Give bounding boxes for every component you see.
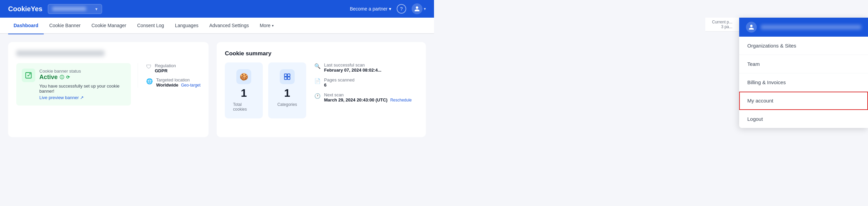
become-partner-button[interactable]: Become a partner ▾ (350, 6, 391, 12)
user-avatar[interactable] (412, 3, 422, 14)
nav-item-more[interactable]: More ▾ (254, 17, 279, 34)
total-cookies-label: Total cookies (233, 102, 255, 112)
help-icon[interactable]: ? (397, 4, 406, 14)
cookie-icon: 🍪 (236, 69, 251, 84)
globe-icon: 🌐 (146, 78, 153, 85)
categories-icon (280, 69, 295, 84)
categories-value: 1 (284, 87, 290, 99)
user-chevron-icon: ▾ (424, 6, 426, 11)
categories-card: 1 Categories (268, 62, 306, 118)
main-content: Cookie banner status Active ⓘ ⟳ You have… (0, 34, 434, 145)
targeted-location-row: 🌐 Targeted location Worldwide Geo-target (146, 77, 201, 88)
total-cookies-card: 🍪 1 Total cookies (225, 62, 263, 118)
last-scan-row: 🔍 Last successful scan February 07, 2024… (314, 62, 412, 73)
top-bar: CookieYes ▾ Become a partner ▾ ? ▾ (0, 0, 434, 18)
nav-item-dashboard[interactable]: Dashboard (8, 17, 44, 34)
nav-item-advanced-settings[interactable]: Advanced Settings (204, 17, 254, 34)
categories-label: Categories (277, 102, 297, 107)
scan-info: 🔍 Last successful scan February 07, 2024… (314, 62, 412, 124)
cookie-summary-title: Cookie summary (225, 50, 418, 57)
chevron-down-icon: ▾ (389, 6, 391, 12)
info-circle-icon: ⓘ (60, 74, 64, 80)
geo-target-link[interactable]: Geo-target (181, 83, 200, 88)
panel-top-row: Cookie banner status Active ⓘ ⟳ You have… (16, 63, 200, 111)
svg-rect-2 (284, 74, 287, 76)
cookie-banner-icon (22, 69, 35, 82)
external-link-icon: ↗ (80, 95, 84, 100)
brand-logo: CookieYes (8, 5, 42, 13)
site-selector-blurred (52, 7, 86, 11)
search-icon: 🔍 (314, 63, 321, 69)
pages-scanned-row: 📄 Pages scanned 6 (314, 77, 412, 88)
left-content: Cookie banner status Active ⓘ ⟳ You have… (16, 63, 131, 111)
top-bar-right: Become a partner ▾ ? ▾ (350, 3, 426, 14)
svg-point-1 (29, 73, 31, 75)
status-label: Cookie banner status (39, 69, 125, 74)
nav-item-languages[interactable]: Languages (170, 17, 204, 34)
svg-rect-4 (284, 77, 287, 79)
status-desc: You have successfully set up your cookie… (39, 83, 125, 94)
left-panel: Cookie banner status Active ⓘ ⟳ You have… (8, 42, 209, 137)
next-scan-row: 🕐 Next scan March 29, 2024 20:43:00 (UTC… (314, 92, 412, 102)
document-icon: 📄 (314, 78, 321, 84)
cookie-stats: 🍪 1 Total cookies 1 Categories (225, 62, 306, 118)
site-title-blurred (16, 50, 104, 56)
refresh-icon: ⟳ (66, 75, 70, 80)
status-info: Cookie banner status Active ⓘ ⟳ You have… (39, 69, 125, 100)
site-selector[interactable]: ▾ (48, 4, 102, 14)
svg-rect-5 (288, 77, 290, 79)
live-preview-link[interactable]: Live preview banner ↗ (39, 95, 125, 100)
nav-item-consent-log[interactable]: Consent Log (132, 17, 169, 34)
status-value: Active ⓘ ⟳ (39, 74, 125, 81)
nav-item-cookie-banner[interactable]: Cookie Banner (44, 17, 86, 34)
shield-icon: 🛡 (146, 64, 152, 70)
user-menu-wrapper[interactable]: ▾ (412, 3, 426, 14)
total-cookies-value: 1 (241, 87, 247, 99)
more-arrow-icon: ▾ (272, 24, 274, 27)
reschedule-link[interactable]: Reschedule (390, 98, 412, 102)
info-column: 🛡 Regulation GDPR 🌐 Targeted location Wo… (138, 63, 201, 88)
regulation-row: 🛡 Regulation GDPR (146, 63, 201, 73)
status-card: Cookie banner status Active ⓘ ⟳ You have… (16, 63, 131, 106)
clock-icon: 🕐 (314, 93, 321, 99)
nav-item-cookie-manager[interactable]: Cookie Manager (86, 17, 132, 34)
right-panel: Cookie summary 🍪 1 Total cookies 1 Categ… (217, 42, 426, 137)
secondary-nav: Dashboard Cookie Banner Cookie Manager C… (0, 18, 434, 34)
svg-rect-3 (288, 74, 290, 76)
